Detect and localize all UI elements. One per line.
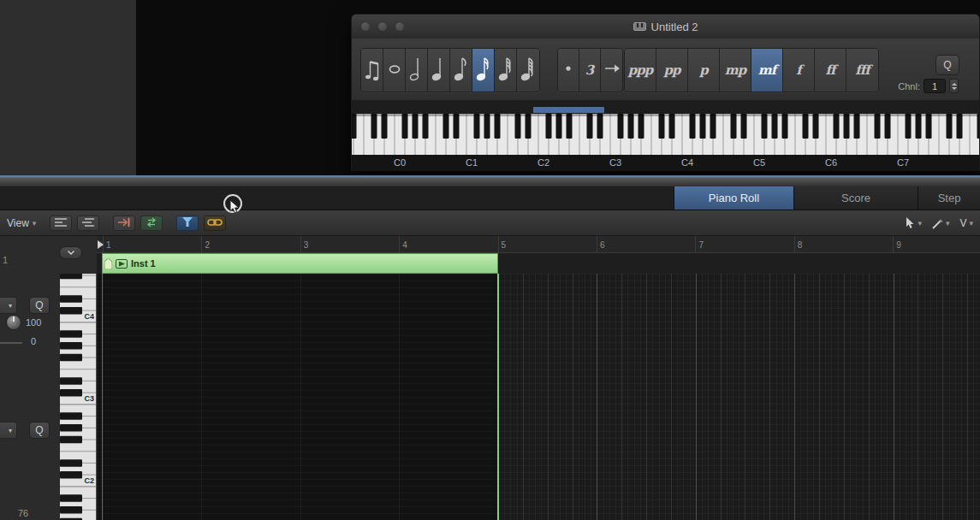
articulation-group: 3 <box>557 48 623 92</box>
close-button[interactable] <box>360 21 371 32</box>
thirty-second-note-button[interactable] <box>495 49 517 92</box>
sixteenth-note-button[interactable] <box>472 49 495 92</box>
bar-tick <box>794 236 795 253</box>
catch-icon <box>181 216 193 231</box>
inspector-disclosure-button[interactable] <box>59 246 82 259</box>
empty-grid-area[interactable] <box>498 274 980 520</box>
region-play-icon[interactable] <box>116 259 128 269</box>
dot-icon <box>560 52 577 88</box>
beamed-pair-button[interactable] <box>361 49 383 92</box>
region-left-edge <box>102 274 103 520</box>
editor-workspace: 1 ▾ Q 100 0 ▾ Q 76 123456789 Inst 1 <box>0 236 980 520</box>
channel-stepper[interactable] <box>949 79 959 93</box>
scale-quantize-dropdown[interactable]: ▾ <box>0 422 17 439</box>
tab-score[interactable]: Score <box>793 186 918 210</box>
dynamic-mf-button[interactable]: mf <box>751 49 783 92</box>
bar-tick <box>597 236 597 253</box>
channel-label: Chnl: <box>898 81 920 92</box>
velocity-knob[interactable] <box>6 315 21 330</box>
window-titlebar[interactable]: Untitled 2 <box>352 15 979 39</box>
keyboard-icon <box>633 21 646 33</box>
velocity-value: 100 <box>26 317 41 328</box>
traffic-lights <box>360 21 412 32</box>
svg-text:C2: C2 <box>84 476 94 485</box>
dynamic-f-button[interactable]: f <box>783 49 815 92</box>
note-rows-icon <box>81 216 95 231</box>
quarter-note-icon <box>431 52 448 88</box>
note-value-group <box>360 48 540 92</box>
link-icon <box>207 216 223 231</box>
midi-region-header[interactable]: Inst 1 <box>102 253 498 274</box>
dynamic-ppp-button[interactable]: ppp <box>625 49 656 92</box>
transpose-value: 0 <box>31 336 36 346</box>
minimize-button[interactable] <box>377 21 388 32</box>
midi-in-button[interactable] <box>113 216 135 231</box>
event-list-button[interactable] <box>50 216 72 231</box>
velocity-tool-button[interactable]: V ▾ <box>959 217 973 229</box>
velocity-tool-label: V <box>959 217 966 229</box>
view-menu-button[interactable]: View ▾ <box>7 217 36 229</box>
whole-note-icon <box>386 52 403 88</box>
tool-selectors: ▾ ▾ V ▾ <box>906 214 973 233</box>
note-rows-button[interactable] <box>77 216 99 231</box>
octave-label: C1 <box>466 157 478 168</box>
dynamic-fff-button[interactable]: fff <box>846 49 878 92</box>
octave-label: C0 <box>394 157 406 168</box>
transpose-slider[interactable] <box>0 342 22 344</box>
quantize-button[interactable]: Q <box>935 55 959 75</box>
dynamic-mp-button[interactable]: mp <box>720 49 751 92</box>
piano-roll-editor: Piano RollScoreStep View ▾ ▾ ▾ V ▾ <box>0 186 980 520</box>
tab-step[interactable]: Step <box>918 186 980 210</box>
bar-tick <box>893 236 894 253</box>
octave-label: C2 <box>538 157 549 168</box>
window-divider[interactable] <box>0 175 980 186</box>
piano-roll-grid[interactable] <box>97 274 980 520</box>
chevron-down-icon <box>67 250 75 256</box>
pencil-tool-button[interactable]: ▾ <box>932 218 950 229</box>
sixty-fourth-note-button[interactable] <box>517 49 539 92</box>
tab-piano-roll[interactable]: Piano Roll <box>674 186 793 210</box>
bar-number: 2 <box>205 240 210 250</box>
eighth-note-button[interactable] <box>450 49 472 92</box>
tie-button[interactable] <box>601 49 622 92</box>
triplet-button[interactable]: 3 <box>579 49 601 92</box>
dot-button[interactable] <box>558 49 579 92</box>
region-grid-area[interactable] <box>97 274 498 520</box>
whole-note-button[interactable] <box>383 49 406 92</box>
dynamic-ff-button[interactable]: ff <box>815 49 846 92</box>
zoom-button[interactable] <box>395 21 405 32</box>
track-number: 1 <box>3 255 8 265</box>
screen: Untitled 2 3 ppppppmpmfffffff Q Chnl: 1 … <box>0 0 980 520</box>
quantize-mode-dropdown[interactable]: ▾ <box>0 297 17 314</box>
quarter-note-button[interactable] <box>428 49 450 92</box>
vertical-piano-keyboard[interactable]: C4C3C2 <box>60 274 97 520</box>
keyboard-frame <box>352 100 979 114</box>
onscreen-keyboard[interactable] <box>352 114 979 155</box>
keyboard-range-indicator[interactable] <box>533 107 604 113</box>
link-button[interactable] <box>204 216 226 231</box>
channel-value[interactable]: 1 <box>924 79 946 93</box>
beamed-pair-icon <box>364 52 381 88</box>
midi-out-button[interactable] <box>140 216 163 231</box>
pointer-tool-button[interactable]: ▾ <box>906 217 922 229</box>
chevron-down-icon: ▾ <box>9 427 12 434</box>
bar-tick <box>103 236 104 253</box>
quantize-q-button[interactable]: Q <box>29 297 50 314</box>
dynamic-p-button[interactable]: p <box>688 49 720 92</box>
bar-number: 5 <box>502 240 507 250</box>
octave-labels: C0C1C2C3C4C5C6C7 <box>352 155 979 171</box>
bar-ruler[interactable]: 123456789 <box>97 236 980 253</box>
region-right-edge[interactable] <box>497 274 499 520</box>
toolbar-icons <box>50 216 226 231</box>
chevron-down-icon: ▾ <box>918 219 922 228</box>
octave-label: C7 <box>897 157 909 168</box>
half-note-button[interactable] <box>406 49 428 92</box>
half-note-icon <box>408 52 425 88</box>
catch-button[interactable] <box>176 216 199 231</box>
stepper-up-icon <box>952 83 957 86</box>
octave-label: C5 <box>753 157 765 168</box>
scale-quantize-q-button[interactable]: Q <box>29 422 50 439</box>
thirty-second-note-icon <box>497 52 514 88</box>
chevron-down-icon: ▾ <box>946 219 950 228</box>
dynamic-pp-button[interactable]: pp <box>656 49 688 92</box>
